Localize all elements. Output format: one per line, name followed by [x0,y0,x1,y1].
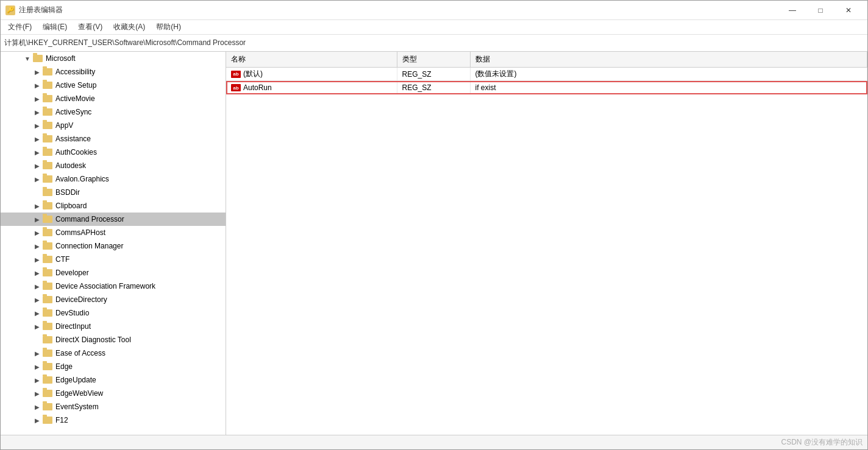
tree-label: CommsAPHost [55,228,105,237]
arrow-icon: ▶ [32,122,42,129]
tree-label: EventSystem [55,403,99,411]
folder-icon [42,322,53,331]
tree-node[interactable]: ▶Autodesk [1,159,226,172]
arrow-icon: ▶ [32,109,42,116]
tree-node[interactable]: ▶EdgeUpdate [1,373,226,387]
arrow-icon: ▶ [32,364,42,370]
maximize-button[interactable]: □ [806,1,834,20]
tree-node[interactable]: ▶EventSystem [1,400,226,413]
tree-node[interactable]: ▶AppV [1,119,226,132]
arrow-icon: ▶ [32,216,42,223]
menu-favorites[interactable]: 收藏夹(A) [108,21,150,34]
tree-label: ActiveSync [55,108,91,116]
arrow-icon: ▶ [32,230,42,236]
folder-icon [42,295,53,304]
folder-icon [42,349,53,357]
reg-type-icon: ab [231,71,241,78]
tree-node[interactable]: ▶Active Setup [1,79,226,92]
menu-file[interactable]: 文件(F) [3,21,37,34]
tree-node[interactable]: ▶Assistance [1,132,226,146]
cell-data: if exist [470,81,867,94]
tree-node[interactable]: BSDDir [1,186,226,199]
tree-node[interactable]: ▶Accessibility [1,65,226,79]
folder-icon [42,161,53,170]
tree-node[interactable]: ▶CommsAPHost [1,226,226,239]
cell-data: (数值未设置) [470,68,867,81]
registry-table: 名称 类型 数据 ab(默认)REG_SZ(数值未设置)abAutoRunREG… [226,52,867,94]
tree-node[interactable]: ▶Developer [1,266,226,279]
tree-node[interactable]: ▶ActiveMovie [1,92,226,105]
header-row: 名称 类型 数据 [226,52,867,68]
folder-icon [42,255,53,264]
registry-editor-window: 🔑 注册表编辑器 — □ ✕ 文件(F) 编辑(E) 查看(V) 收藏夹(A) … [0,0,868,450]
arrow-icon: ▶ [32,136,42,142]
close-button[interactable]: ✕ [834,1,863,20]
folder-icon [42,269,53,277]
folder-icon [42,309,53,317]
tree-label: Ease of Access [55,349,105,357]
tree-label: Edge [55,362,73,371]
tree-label: AppV [55,121,73,130]
minimize-button[interactable]: — [778,1,806,20]
folder-icon [42,362,53,371]
reg-name: AutoRun [243,83,272,92]
tree-node[interactable]: ▶EdgeWebView [1,387,226,400]
tree-label: Accessibility [55,68,95,76]
tree-node[interactable]: ▶Clipboard [1,199,226,213]
tree-node[interactable]: ▶DirectInput [1,320,226,333]
folder-icon [42,389,53,398]
reg-name: (默认) [243,69,263,78]
arrow-icon: ▶ [32,243,42,250]
cell-type: REG_SZ [397,68,470,81]
tree-node[interactable]: ▶Edge [1,360,226,373]
col-type: 类型 [397,52,470,68]
folder-icon [42,242,53,250]
arrow-icon: ▶ [32,310,42,317]
table-header: 名称 类型 数据 [226,52,867,68]
menu-bar: 文件(F) 编辑(E) 查看(V) 收藏夹(A) 帮助(H) [1,20,867,35]
tree-node[interactable]: ▶Connection Manager [1,239,226,253]
menu-edit[interactable]: 编辑(E) [38,21,72,34]
col-name: 名称 [226,52,397,68]
tree-node[interactable]: ▶DeviceDirectory [1,293,226,306]
tree-node[interactable]: DirectX Diagnostic Tool [1,333,226,346]
tree-label: Developer [55,269,89,277]
tree-items-container: ▶Accessibility▶Active Setup▶ActiveMovie▶… [1,65,226,427]
status-bar: CSDN @没有难学的知识 [1,435,867,449]
tree-node[interactable]: ▶Command Processor [1,213,226,226]
app-icon: 🔑 [5,5,15,15]
tree-node[interactable]: ▶AuthCookies [1,146,226,159]
tree-label: DeviceDirectory [55,295,107,304]
tree-node[interactable]: ▶DevStudio [1,306,226,320]
tree-label: ActiveMovie [55,94,95,103]
reg-type-icon: ab [231,84,241,91]
table-row[interactable]: ab(默认)REG_SZ(数值未设置) [226,68,867,81]
folder-icon [42,403,53,411]
tree-node[interactable]: ▶CTF [1,253,226,266]
arrow-icon: ▶ [32,377,42,384]
tree-node-microsoft[interactable]: ▼ Microsoft [1,52,226,65]
folder-icon [42,202,53,210]
title-bar: 🔑 注册表编辑器 — □ ✕ [1,1,867,20]
tree-node[interactable]: ▶Device Association Framework [1,279,226,293]
folder-icon [42,215,53,223]
menu-help[interactable]: 帮助(H) [151,21,186,34]
tree-pane[interactable]: ▼ Microsoft ▶Accessibility▶Active Setup▶… [1,52,226,435]
tree-label-microsoft: Microsoft [46,54,76,63]
table-row[interactable]: abAutoRunREG_SZif exist [226,81,867,94]
arrow-icon: ▶ [32,203,42,209]
tree-node[interactable]: ▶ActiveSync [1,105,226,119]
tree-label: BSDDir [55,188,80,197]
window-controls: — □ ✕ [778,1,863,20]
tree-label: Active Setup [55,81,96,90]
window-title: 注册表编辑器 [19,5,63,15]
menu-view[interactable]: 查看(V) [73,21,107,34]
tree-node[interactable]: ▶Avalon.Graphics [1,172,226,186]
arrow-icon: ▶ [32,256,42,263]
arrow-icon: ▶ [32,323,42,330]
folder-icon [42,81,53,90]
folder-icon [42,94,53,103]
tree-node[interactable]: ▶Ease of Access [1,346,226,360]
tree-node[interactable]: ▶F12 [1,413,226,427]
title-bar-left: 🔑 注册表编辑器 [5,5,63,15]
